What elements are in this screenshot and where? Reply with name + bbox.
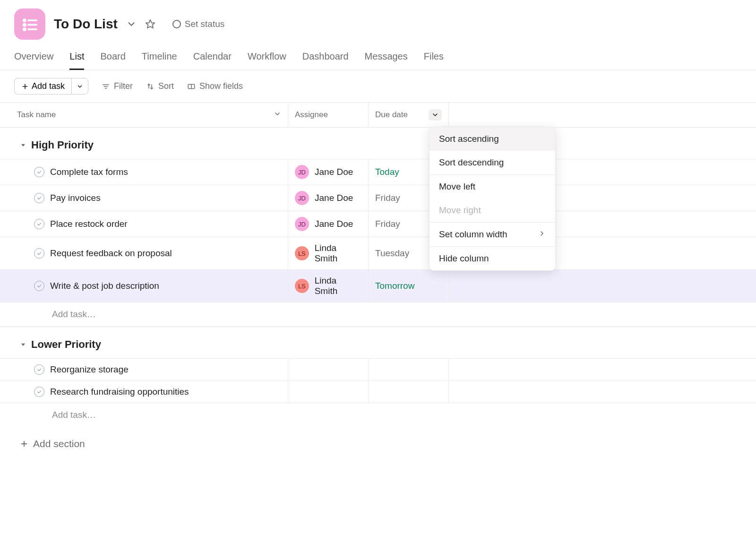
triangle-down-icon	[20, 139, 26, 151]
project-icon[interactable]	[14, 9, 45, 40]
section-heading[interactable]: High Priority	[0, 128, 756, 159]
show-fields-button[interactable]: Show fields	[187, 81, 243, 91]
tab-workflow[interactable]: Workflow	[248, 46, 286, 70]
task-name: Pay invoices	[50, 193, 101, 203]
task-name: Write & post job description	[50, 281, 159, 291]
project-tabs: OverviewListBoardTimelineCalendarWorkflo…	[0, 46, 756, 70]
svg-marker-15	[21, 344, 25, 346]
project-title[interactable]: To Do List	[54, 17, 118, 32]
add-task-inline[interactable]: Add task…	[0, 302, 756, 327]
menu-item-label: Sort descending	[439, 157, 504, 168]
show-fields-label: Show fields	[199, 81, 243, 91]
column-header-task-name[interactable]: Task name	[0, 103, 288, 127]
tab-overview[interactable]: Overview	[14, 46, 53, 70]
task-row[interactable]: Request feedback on proposalLSLinda Smit…	[0, 237, 756, 269]
due-date[interactable]: Friday	[375, 219, 400, 229]
tab-dashboard[interactable]: Dashboard	[302, 46, 349, 70]
due-date[interactable]: Friday	[375, 193, 400, 203]
sort-label: Sort	[158, 81, 174, 91]
column-options-menu: Sort ascendingSort descendingMove leftMo…	[429, 127, 556, 271]
task-row[interactable]: Pay invoicesJDJane DoeFriday	[0, 185, 756, 211]
assignee-name: Linda Smith	[315, 243, 361, 264]
task-name: Complete tax forms	[50, 167, 128, 177]
complete-task-checkbox[interactable]	[34, 219, 44, 229]
menu-item-label: Hide column	[439, 253, 489, 264]
menu-item-label: Move right	[439, 205, 481, 216]
filter-label: Filter	[114, 81, 133, 91]
due-date[interactable]: Tuesday	[375, 248, 409, 259]
avatar[interactable]: LS	[295, 279, 309, 293]
column-header-label: Task name	[7, 110, 56, 120]
tab-messages[interactable]: Messages	[365, 46, 408, 70]
task-row[interactable]: Complete tax formsJDJane DoeToday	[0, 159, 756, 185]
menu-item-label: Set column width	[439, 229, 507, 240]
chevron-down-icon[interactable]	[274, 110, 281, 120]
task-row[interactable]: Write & post job descriptionLSLinda Smit…	[0, 269, 756, 302]
add-task-button[interactable]: Add task	[14, 78, 71, 95]
tab-files[interactable]: Files	[424, 46, 444, 70]
assignee-name: Jane Doe	[315, 193, 353, 203]
task-row[interactable]: Place restock orderJDJane DoeFriday	[0, 211, 756, 237]
complete-task-checkbox[interactable]	[34, 387, 44, 397]
svg-point-2	[24, 24, 26, 26]
task-name: Request feedback on proposal	[50, 248, 172, 259]
column-header-add[interactable]	[449, 103, 756, 127]
tab-list[interactable]: List	[69, 46, 84, 70]
svg-marker-6	[146, 20, 155, 28]
status-circle-icon	[172, 20, 181, 28]
menu-item-move-left[interactable]: Move left	[430, 174, 555, 199]
add-section-button[interactable]: Add section	[0, 427, 756, 449]
avatar[interactable]: JD	[295, 191, 309, 205]
task-row[interactable]: Research fundraising opportunities	[0, 380, 756, 403]
due-date-menu-trigger[interactable]	[429, 109, 442, 121]
set-status-button[interactable]: Set status	[172, 19, 225, 29]
column-header-assignee[interactable]: Assignee	[288, 103, 369, 127]
complete-task-checkbox[interactable]	[34, 364, 44, 375]
tab-timeline[interactable]: Timeline	[142, 46, 177, 70]
svg-point-0	[24, 19, 26, 21]
add-task-label: Add task	[32, 81, 65, 91]
svg-point-4	[24, 28, 26, 30]
avatar[interactable]: JD	[295, 217, 309, 231]
assignee-name: Linda Smith	[315, 276, 361, 296]
avatar[interactable]: LS	[295, 246, 309, 260]
tab-board[interactable]: Board	[100, 46, 125, 70]
column-header-label: Due date	[375, 110, 408, 120]
menu-item-hide-column[interactable]: Hide column	[430, 246, 555, 270]
complete-task-checkbox[interactable]	[34, 248, 44, 259]
task-name: Research fundraising opportunities	[50, 387, 189, 397]
project-menu-chevron[interactable]	[126, 19, 137, 29]
task-name: Reorganize storage	[50, 364, 129, 375]
section-name: High Priority	[31, 139, 94, 151]
svg-marker-14	[21, 144, 25, 147]
add-task-inline[interactable]: Add task…	[0, 403, 756, 427]
set-status-label: Set status	[185, 19, 225, 29]
menu-item-set-column-width[interactable]: Set column width	[430, 222, 555, 246]
filter-button[interactable]: Filter	[102, 81, 133, 91]
due-date[interactable]: Tomorrow	[375, 281, 414, 291]
triangle-down-icon	[20, 338, 26, 351]
menu-item-label: Move left	[439, 181, 475, 192]
due-date[interactable]: Today	[375, 167, 399, 177]
column-header-label: Assignee	[295, 110, 328, 120]
add-task-dropdown[interactable]	[71, 78, 88, 95]
avatar[interactable]: JD	[295, 165, 309, 179]
menu-item-label: Sort ascending	[439, 134, 499, 144]
sort-button[interactable]: Sort	[146, 81, 174, 91]
section-name: Lower Priority	[31, 338, 101, 351]
assignee-name: Jane Doe	[315, 167, 353, 177]
menu-item-sort-ascending[interactable]: Sort ascending	[430, 127, 555, 151]
complete-task-checkbox[interactable]	[34, 193, 44, 203]
add-section-label: Add section	[33, 438, 85, 449]
section-heading[interactable]: Lower Priority	[0, 327, 756, 358]
assignee-name: Jane Doe	[315, 219, 353, 229]
complete-task-checkbox[interactable]	[34, 281, 44, 291]
task-row[interactable]: Reorganize storage	[0, 358, 756, 380]
star-icon[interactable]	[145, 19, 155, 29]
menu-item-sort-descending[interactable]: Sort descending	[430, 151, 555, 174]
complete-task-checkbox[interactable]	[34, 167, 44, 177]
tab-calendar[interactable]: Calendar	[193, 46, 232, 70]
chevron-right-icon	[538, 229, 546, 240]
menu-item-move-right: Move right	[430, 199, 555, 222]
column-header-due-date[interactable]: Due date	[369, 103, 449, 127]
